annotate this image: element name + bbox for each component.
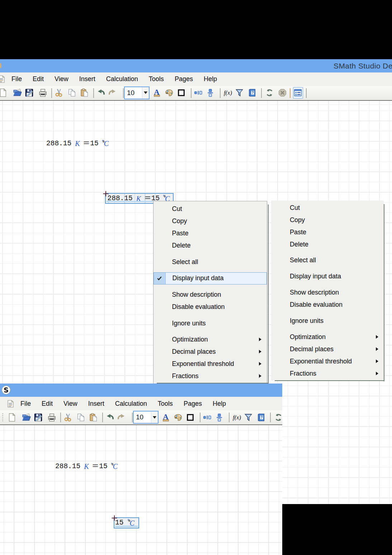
font-color-button[interactable] [161, 411, 171, 423]
font-size-dropdown-button[interactable] [151, 411, 158, 423]
menu-item-select-all[interactable]: Select all [271, 254, 384, 267]
menu-item-label: Show description [172, 291, 221, 298]
paste-button[interactable] [79, 87, 89, 99]
math-deg: ° [102, 140, 104, 141]
menu-item-copy[interactable]: Copy [154, 215, 267, 227]
font-size-dropdown-button[interactable] [142, 87, 149, 99]
menu-item-display-input-data[interactable]: Display input data [271, 271, 384, 283]
cut-button[interactable] [54, 87, 64, 99]
menu-item-exponential-threshold[interactable]: Exponential threshold [154, 358, 267, 370]
save-button[interactable] [24, 87, 34, 99]
redo-icon [117, 413, 126, 422]
menu-item-optimization[interactable]: Optimization [154, 334, 267, 346]
copy-button[interactable] [67, 87, 77, 99]
menu-item-ignore-units[interactable]: Ignore units [271, 315, 384, 327]
menu-edit[interactable]: Edit [27, 72, 49, 86]
reference-book-button[interactable] [256, 411, 266, 423]
save-button[interactable] [33, 411, 43, 423]
menu-item-delete[interactable]: Delete [154, 240, 267, 252]
screen: SMath Studio De FileEditViewInsertCalcul… [0, 0, 392, 555]
options-panel-button[interactable] [293, 87, 303, 99]
menu-help[interactable]: Help [198, 72, 222, 86]
menu-item-show-description[interactable]: Show description [271, 287, 384, 299]
units-layout-button[interactable] [202, 411, 212, 423]
menu-tools[interactable]: Tools [143, 72, 169, 86]
recalculate-button[interactable] [273, 411, 282, 423]
math-expression[interactable]: 288.15K=15°C [55, 463, 118, 470]
menu-item-fractions[interactable]: Fractions [154, 370, 267, 382]
menu-item-cut[interactable]: Cut [271, 202, 384, 214]
font-size-value[interactable]: 10 [134, 411, 151, 423]
menu-item-copy[interactable]: Copy [271, 214, 384, 226]
menu-item-exponential-threshold[interactable]: Exponential threshold [271, 355, 384, 367]
menu-insert[interactable]: Insert [74, 72, 101, 86]
fraction-button[interactable] [205, 87, 215, 99]
units-layout-button[interactable] [193, 87, 203, 99]
menu-group-gap [271, 311, 384, 315]
print-button[interactable] [47, 411, 57, 423]
menu-item-paste[interactable]: Paste [271, 226, 384, 238]
titlebar-main[interactable]: SMath Studio De [0, 59, 392, 72]
menu-calculation[interactable]: Calculation [110, 397, 152, 410]
redo-button[interactable] [117, 411, 127, 423]
menu-item-disable-evaluation[interactable]: Disable evaluation [271, 299, 384, 311]
menu-pages[interactable]: Pages [178, 397, 207, 410]
function-button[interactable] [223, 87, 233, 99]
undo-button[interactable] [105, 411, 115, 423]
menu-item-ignore-units[interactable]: Ignore units [154, 317, 267, 329]
menu-insert[interactable]: Insert [83, 397, 110, 410]
selected-math-region[interactable]: 15°C [114, 517, 140, 529]
border-button[interactable] [185, 411, 195, 423]
titlebar-secondary[interactable]: S [0, 384, 282, 397]
menu-item-fractions[interactable]: Fractions [271, 367, 384, 380]
menu-item-disable-evaluation[interactable]: Disable evaluation [154, 301, 267, 313]
menu-file[interactable]: File [15, 397, 36, 410]
palette-button[interactable] [173, 411, 183, 423]
open-button[interactable] [12, 87, 22, 99]
cut-button[interactable] [63, 411, 73, 423]
new-button[interactable] [7, 411, 17, 423]
menu-tools[interactable]: Tools [152, 397, 178, 410]
menu-edit[interactable]: Edit [36, 397, 58, 410]
menu-item-delete[interactable]: Delete [271, 238, 384, 250]
reference-book-button[interactable] [247, 87, 258, 99]
border-button[interactable] [176, 87, 186, 99]
toolbar-grip[interactable] [2, 413, 3, 422]
menu-item-select-all[interactable]: Select all [154, 256, 267, 268]
font-size-combobox[interactable]: 10 [124, 86, 150, 99]
new-button[interactable] [0, 87, 8, 99]
menu-view[interactable]: View [49, 72, 74, 86]
worksheet-canvas-secondary[interactable]: 288.15K=15°C 15°C [0, 425, 282, 555]
math-eq: = [92, 463, 99, 470]
menu-calculation[interactable]: Calculation [101, 72, 143, 86]
undo-button[interactable] [96, 87, 106, 99]
menu-item-optimization[interactable]: Optimization [271, 331, 384, 343]
menu-item-display-input-data[interactable]: Display input data [154, 272, 267, 284]
function-button[interactable] [232, 411, 242, 423]
menu-item-cut[interactable]: Cut [154, 203, 267, 215]
open-button[interactable] [21, 411, 31, 423]
menu-item-show-description[interactable]: Show description [154, 289, 267, 301]
menu-help[interactable]: Help [207, 397, 231, 410]
redo-button[interactable] [108, 87, 118, 99]
interrupt-button[interactable] [278, 87, 288, 99]
recalculate-button[interactable] [264, 87, 274, 99]
palette-button[interactable] [164, 87, 174, 99]
menu-file[interactable]: File [6, 72, 27, 86]
menu-item-decimal-places[interactable]: Decimal places [271, 343, 384, 355]
font-color-button[interactable] [152, 87, 162, 99]
fraction-button[interactable] [214, 411, 224, 423]
print-button[interactable] [38, 87, 48, 99]
paste-button[interactable] [88, 411, 98, 423]
filter-button[interactable] [235, 87, 245, 99]
font-size-value[interactable]: 10 [125, 87, 142, 99]
copy-button[interactable] [76, 411, 86, 423]
menu-item-decimal-places[interactable]: Decimal places [154, 346, 267, 358]
font-size-combobox[interactable]: 10 [133, 411, 159, 424]
filter-button[interactable] [244, 411, 254, 423]
menu-item-paste[interactable]: Paste [154, 227, 267, 240]
save-icon [34, 413, 43, 422]
math-expression[interactable]: 288.15K=15°C [46, 140, 109, 147]
menu-view[interactable]: View [58, 397, 83, 410]
menu-pages[interactable]: Pages [169, 72, 198, 86]
